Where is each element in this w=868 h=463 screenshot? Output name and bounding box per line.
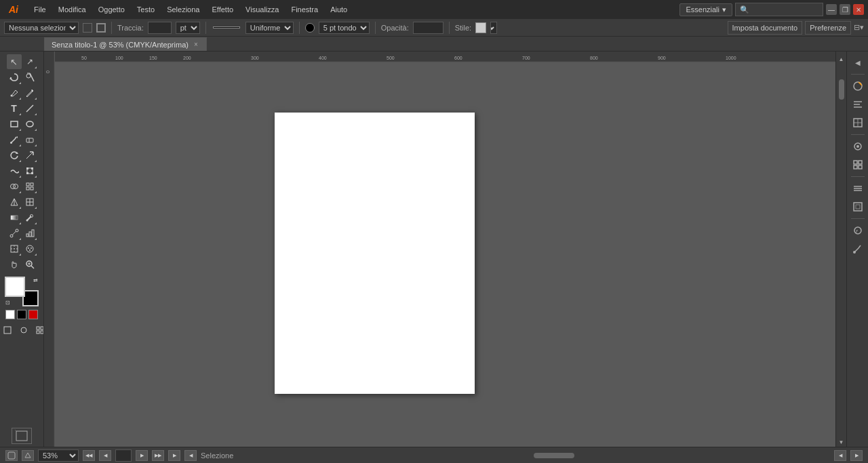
variable-width-select[interactable]: 5 pt tondo — [319, 22, 370, 34]
align-panel-icon[interactable] — [850, 96, 866, 113]
menu-effetto[interactable]: Effetto — [206, 4, 239, 15]
white-swatch[interactable] — [5, 310, 15, 319]
artboards-panel-icon[interactable] — [850, 199, 866, 215]
appearance-panel-icon[interactable] — [850, 138, 866, 155]
transform-panel-icon[interactable] — [850, 115, 866, 131]
ellipse-tool[interactable] — [22, 117, 37, 132]
scale-tool[interactable] — [22, 148, 37, 163]
art-mode-tool[interactable] — [16, 323, 31, 338]
foreground-color-swatch[interactable] — [5, 277, 25, 297]
lasso-tool[interactable] — [7, 70, 22, 85]
magic-wand-tool[interactable] — [22, 70, 37, 85]
divider2 — [205, 22, 206, 34]
graphic-styles-panel-icon[interactable] — [850, 157, 866, 173]
svg-text:50: 50 — [81, 56, 87, 60]
chart-tool[interactable] — [22, 226, 37, 241]
preferenze-button[interactable]: Preferenze — [805, 21, 851, 35]
status-info-button[interactable] — [5, 450, 18, 461]
shape-builder-tool[interactable] — [7, 179, 22, 194]
traccia-input[interactable]: 1 pt — [148, 22, 172, 34]
first-page-button[interactable]: ◀◀ — [83, 450, 95, 461]
scroll-left-button[interactable]: ◀ — [834, 450, 846, 461]
view-options-icon[interactable]: ⊟▾ — [854, 23, 864, 32]
menu-visualizza[interactable]: Visualizza — [240, 4, 284, 15]
document-tab[interactable]: Senza titolo-1 @ 53% (CMYK/Anteprima) × — [44, 37, 207, 51]
menu-finestra[interactable]: Finestra — [285, 4, 323, 15]
menu-seleziona[interactable]: Seleziona — [161, 4, 205, 15]
zoom-select[interactable]: 53% — [38, 449, 79, 462]
menu-aiuto[interactable]: Aiuto — [325, 4, 353, 15]
free-transform-tool[interactable] — [22, 163, 37, 178]
blend-tool[interactable] — [7, 226, 22, 241]
right-scrollbar-down[interactable]: ▼ — [837, 437, 846, 447]
selection-dropdown[interactable]: Nessuna selezione — [4, 22, 79, 34]
black-swatch[interactable] — [17, 310, 26, 319]
selection-tool[interactable]: ↖ — [7, 54, 22, 69]
opacita-input[interactable]: 100% — [413, 22, 443, 34]
symbol-tool[interactable] — [22, 241, 37, 256]
bottom-scrollbar[interactable] — [240, 452, 827, 459]
toggle-panel-button[interactable]: ◀ — [850, 54, 866, 71]
bottom-scrollbar-thumb[interactable] — [534, 453, 574, 458]
search-input[interactable] — [735, 3, 823, 16]
symbols-panel-icon[interactable]: f — [850, 222, 866, 239]
artboard-navigation[interactable] — [12, 428, 32, 444]
pen-tool[interactable] — [7, 85, 22, 100]
eraser-tool[interactable] — [22, 132, 37, 147]
mesh-tool[interactable] — [22, 195, 37, 209]
stile-swatch[interactable] — [475, 22, 486, 33]
svg-rect-26 — [31, 187, 33, 190]
prev-page-button[interactable]: ◀ — [99, 450, 111, 461]
reset-colors-icon[interactable]: ⊡ — [5, 300, 10, 306]
eyedropper-tool[interactable] — [22, 210, 37, 225]
rect-tool[interactable] — [7, 117, 22, 132]
hand-tool[interactable] — [7, 257, 22, 272]
options-bar: Nessuna selezione Traccia: 1 pt pt Unifo… — [0, 19, 868, 37]
color-panel-icon[interactable] — [850, 78, 866, 94]
direct-selection-tool[interactable]: ↗ — [22, 54, 37, 69]
zoom-tool[interactable] — [22, 257, 37, 272]
fill-swatch[interactable] — [83, 23, 92, 33]
screen-mode-tool[interactable] — [0, 323, 15, 338]
last-page-button[interactable]: ▶▶ — [152, 450, 164, 461]
restore-button[interactable]: ❐ — [840, 4, 850, 15]
slice-tool[interactable] — [7, 241, 22, 256]
stile-select[interactable] — [490, 22, 497, 34]
menu-testo[interactable]: Testo — [132, 4, 160, 15]
stop-button[interactable]: ◀ — [184, 450, 197, 461]
document-tab-close[interactable]: × — [193, 41, 199, 48]
right-scrollbar-thumb[interactable] — [839, 79, 844, 100]
svg-rect-23 — [26, 183, 29, 186]
status-art-button[interactable] — [22, 450, 34, 461]
stroke-swatch[interactable] — [96, 23, 106, 33]
stroke-style-select[interactable]: Uniforme — [245, 22, 294, 34]
gradient-tool[interactable] — [7, 210, 22, 225]
red-swatch[interactable] — [28, 310, 38, 319]
menu-modifica[interactable]: Modifica — [53, 4, 92, 15]
full-screen-tool[interactable] — [33, 323, 44, 338]
warp-tool[interactable] — [7, 163, 22, 178]
imposta-documento-button[interactable]: Imposta documento — [728, 21, 803, 35]
page-number-input[interactable]: 1 — [115, 449, 132, 462]
menu-oggetto[interactable]: Oggetto — [93, 4, 130, 15]
scroll-right-button[interactable]: ▶ — [850, 450, 863, 461]
essenziali-button[interactable]: Essenziali ▾ — [679, 3, 732, 16]
brush-tool[interactable] — [7, 132, 22, 147]
live-paint-tool[interactable] — [22, 179, 37, 194]
play-button[interactable]: ▶ — [168, 450, 180, 461]
right-scrollbar-up[interactable]: ▲ — [837, 54, 846, 64]
layers-panel-icon[interactable] — [850, 180, 866, 197]
traccia-unit-select[interactable]: pt — [176, 22, 200, 34]
minimize-button[interactable]: — — [826, 4, 837, 15]
essenziali-label: Essenziali — [686, 5, 719, 14]
type-tool[interactable]: T — [7, 101, 22, 116]
perspective-tool[interactable] — [7, 195, 22, 209]
pencil-tool[interactable] — [22, 85, 37, 100]
next-page-button[interactable]: ▶ — [136, 450, 148, 461]
line-tool[interactable] — [22, 101, 37, 116]
close-button[interactable]: ✕ — [853, 4, 864, 15]
swap-colors-icon[interactable]: ⇄ — [33, 277, 38, 283]
rotate-tool[interactable] — [7, 148, 22, 163]
brushes-panel-icon[interactable] — [850, 241, 866, 257]
menu-file[interactable]: File — [28, 4, 52, 15]
